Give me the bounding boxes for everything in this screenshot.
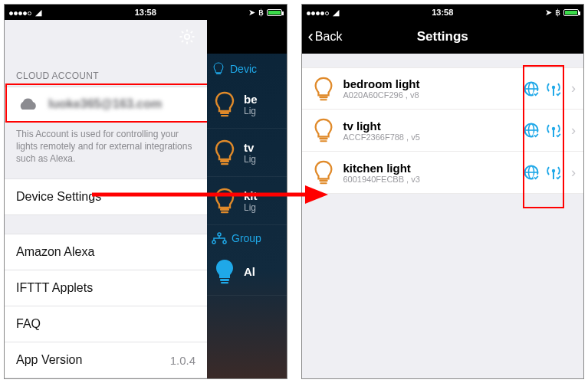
chevron-right-icon: › bbox=[570, 123, 577, 139]
bulb-icon bbox=[311, 75, 336, 103]
status-time: 13:58 bbox=[302, 8, 584, 17]
device-row[interactable]: kitLig bbox=[207, 177, 287, 225]
status-bar: ◢ 13:58 ➤ ฿ bbox=[5, 5, 287, 20]
back-button[interactable]: ‹ Back bbox=[308, 27, 343, 47]
phone-right: ◢ 13:58 ➤ ฿ ‹ Back Settings bedroom ligh… bbox=[301, 4, 585, 379]
app-version-value: 1.0.4 bbox=[170, 354, 195, 367]
nav-bar: ‹ Back Settings bbox=[302, 20, 584, 54]
device-name: tv light bbox=[343, 119, 516, 133]
bulb-icon bbox=[311, 159, 336, 186]
menu-device-settings[interactable]: Device Settings bbox=[5, 178, 207, 215]
bulb-icon bbox=[311, 116, 336, 144]
menu-label: IFTTT Applets bbox=[16, 281, 93, 295]
menu-label: FAQ bbox=[16, 317, 41, 331]
cloud-account-header: CLOUD ACCOUNT bbox=[5, 54, 207, 87]
chevron-left-icon: ‹ bbox=[308, 27, 314, 47]
settings-drawer: CLOUD ACCOUNT luoke365@163.com This Acco… bbox=[5, 20, 207, 378]
menu-label: Amazon Alexa bbox=[16, 245, 94, 259]
cloud-account-row[interactable]: luoke365@163.com bbox=[5, 87, 207, 122]
battery-icon bbox=[267, 9, 282, 16]
nav-title: Settings bbox=[417, 29, 468, 44]
main-app-behind: Devic beLig tvLig kitLig Group bbox=[207, 20, 287, 378]
device-sub: Lig bbox=[244, 154, 256, 165]
menu-amazon-alexa[interactable]: Amazon Alexa bbox=[5, 234, 207, 270]
cloud-icon bbox=[16, 97, 39, 112]
device-id: 6001940FECBB , v3 bbox=[343, 175, 516, 184]
chevron-right-icon: › bbox=[570, 80, 577, 97]
device-settings-row[interactable]: kitchen light 6001940FECBB , v3 › bbox=[302, 152, 584, 194]
settings-list: bedroom light A020A60CF296 , v8 › tv lig… bbox=[302, 54, 584, 378]
device-id: ACCF2366F788 , v5 bbox=[343, 133, 516, 142]
menu-label: App Version bbox=[16, 353, 82, 367]
device-name: kit bbox=[244, 189, 258, 202]
menu-faq[interactable]: FAQ bbox=[5, 306, 207, 342]
cloud-status-icon bbox=[523, 122, 540, 139]
groups-section-head: Group bbox=[207, 225, 287, 247]
device-sub: Lig bbox=[244, 202, 258, 213]
device-name: bedroom light bbox=[343, 77, 516, 90]
cloud-status-icon bbox=[523, 164, 540, 181]
device-name: tv bbox=[244, 141, 256, 154]
devices-section-head: Devic bbox=[207, 54, 287, 80]
wifi-status-icon bbox=[545, 122, 562, 139]
group-name: Al bbox=[244, 265, 255, 278]
menu-app-version: App Version 1.0.4 bbox=[5, 342, 207, 378]
phone-left: ◢ 13:58 ➤ ฿ CLOUD ACCOUNT luoke365@163.c… bbox=[4, 4, 287, 379]
account-email: luoke365@163.com bbox=[48, 97, 162, 111]
device-name: kitchen light bbox=[343, 162, 516, 175]
battery-icon bbox=[563, 9, 579, 16]
group-row[interactable]: Al bbox=[207, 247, 287, 296]
device-row[interactable]: beLig bbox=[207, 80, 287, 129]
device-settings-row[interactable]: bedroom light A020A60CF296 , v8 › bbox=[302, 67, 584, 110]
menu-ifttt[interactable]: IFTTT Applets bbox=[5, 270, 207, 306]
device-sub: Lig bbox=[244, 106, 258, 116]
device-id: A020A60CF296 , v8 bbox=[343, 90, 516, 100]
section-label: Group bbox=[232, 232, 261, 244]
wifi-status-icon bbox=[545, 164, 562, 181]
status-time: 13:58 bbox=[5, 8, 287, 17]
gear-icon[interactable] bbox=[178, 28, 196, 46]
device-name: be bbox=[244, 93, 258, 106]
wifi-status-icon bbox=[545, 80, 562, 97]
status-bar: ◢ 13:58 ➤ ฿ bbox=[302, 5, 584, 20]
device-settings-row[interactable]: tv light ACCF2366F788 , v5 › bbox=[302, 110, 584, 152]
cloud-status-icon bbox=[523, 80, 540, 97]
chevron-right-icon: › bbox=[570, 165, 577, 181]
back-label: Back bbox=[315, 30, 343, 44]
section-label: Devic bbox=[230, 63, 257, 75]
device-row[interactable]: tvLig bbox=[207, 129, 287, 177]
menu-label: Device Settings bbox=[16, 190, 101, 204]
account-description: This Account is used for controlling you… bbox=[5, 122, 207, 179]
